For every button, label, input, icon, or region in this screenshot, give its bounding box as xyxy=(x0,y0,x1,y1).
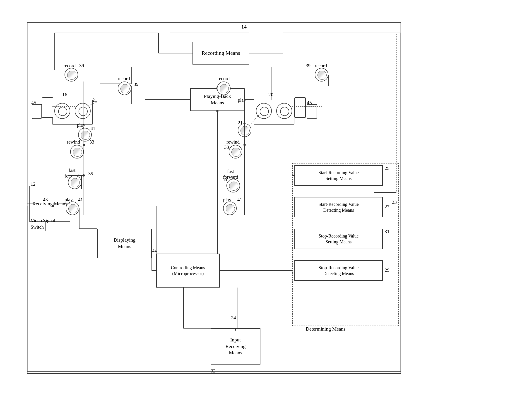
svg-point-80 xyxy=(83,144,85,146)
label-record-tl: record xyxy=(63,63,76,69)
label-33b: 33 xyxy=(224,144,229,150)
cassette-left xyxy=(42,97,53,118)
label-24: 24 xyxy=(231,315,236,321)
label-39c: 39 xyxy=(134,82,138,87)
svg-point-82 xyxy=(243,144,246,146)
input-receiving-means-box: InputReceivingMeans xyxy=(211,328,260,365)
label-41c: 41 xyxy=(237,197,242,203)
receiving-means-box: Receiving Means xyxy=(30,186,70,222)
label-14: 14 xyxy=(241,24,247,30)
label-32: 32 xyxy=(211,368,216,374)
label-29: 29 xyxy=(384,267,390,273)
reel-right-inner xyxy=(75,103,90,119)
determining-means-label: Determining Means xyxy=(306,326,345,332)
label-record-mr: record xyxy=(218,76,230,82)
label-12: 12 xyxy=(30,181,36,187)
recording-means-box: Recording Means xyxy=(193,42,249,65)
label-43: 43 xyxy=(43,197,48,203)
knob-record-mr xyxy=(217,82,231,95)
label-play-r: play xyxy=(238,97,246,103)
cylinder-45-left xyxy=(32,104,42,119)
label-21a: 21 xyxy=(92,97,97,103)
displaying-means-box: DisplayingMeans xyxy=(98,229,152,258)
label-33a: 33 xyxy=(90,139,94,145)
knob-record-tl xyxy=(65,68,78,82)
reel-right3-inner xyxy=(276,103,292,119)
cylinder-45-right xyxy=(307,104,317,119)
knob-ff-r xyxy=(226,179,240,192)
label-video-switch: Video SignalSwitch xyxy=(30,217,55,231)
label-35b: 35 xyxy=(222,177,227,182)
knob-rewind-l xyxy=(70,145,84,158)
label-41b: 41 xyxy=(78,197,83,203)
label-39b: 39 xyxy=(306,63,310,69)
label-play-l: play xyxy=(77,122,85,128)
start-record-set-box: Start-Recording ValueSetting Means xyxy=(294,165,383,186)
label-rewind-l: rewind xyxy=(67,139,80,145)
cassette-right xyxy=(294,97,306,118)
label-35a: 35 xyxy=(88,171,93,177)
label-rewind-r: rewind xyxy=(226,139,240,145)
label-27: 27 xyxy=(384,204,390,210)
label-31: 31 xyxy=(384,229,390,235)
reel-right2-inner xyxy=(256,103,272,119)
svg-point-81 xyxy=(83,174,85,177)
knob-play-bl xyxy=(66,202,79,215)
knob-record-ml xyxy=(118,82,131,95)
stop-record-set-box: Stop-Recording ValueSetting Means xyxy=(294,229,383,249)
label-41a: 41 xyxy=(90,126,95,131)
label-25: 25 xyxy=(384,165,390,171)
label-39a: 39 xyxy=(79,63,84,69)
controlling-means-box: Controlling Means(Microprocessor) xyxy=(156,254,220,288)
knob-play-br xyxy=(223,202,237,215)
playing-back-means-box: Playing-BackMeans xyxy=(190,88,245,111)
reel-left-inner xyxy=(54,103,70,119)
label-16: 16 xyxy=(62,92,67,98)
label-record-ml: record xyxy=(118,76,130,82)
knob-play-r xyxy=(238,123,251,137)
label-20: 20 xyxy=(268,92,273,98)
knob-rewind-r xyxy=(229,145,242,158)
knob-record-tr xyxy=(315,68,328,82)
label-23: 23 xyxy=(392,199,397,205)
start-record-detect-box: Start-Recording ValueDetecting Means xyxy=(294,197,383,217)
label-44: 44 xyxy=(152,248,157,254)
knob-ff-l xyxy=(68,175,82,189)
stop-record-detect-box: Stop-Recording ValueDetecting Means xyxy=(294,260,383,281)
